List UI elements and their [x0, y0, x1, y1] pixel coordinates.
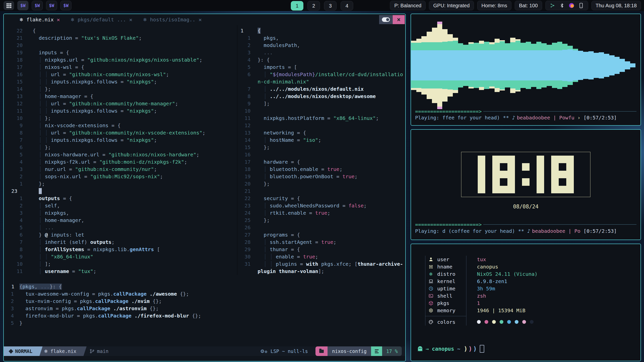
tab-close-icon[interactable]: ×: [198, 17, 202, 23]
code-line: 2 │ sops-nix.url = "github:Mic92/sops-ni…: [4, 173, 237, 180]
editor-pane-pkgs[interactable]: 1{pkgs, ...}: {1 tux-awesome-wm-config =…: [4, 281, 405, 327]
visualizer-bar: [416, 39, 422, 92]
tray-network-icon[interactable]: [550, 3, 555, 8]
visualizer-bar: [484, 42, 489, 89]
tag-4[interactable]: 4: [341, 1, 353, 11]
visualizer-bar: [520, 43, 526, 88]
code-line: 8 │ │ url = "github:nix-community/nix-vs…: [4, 129, 237, 137]
tab-close-icon[interactable]: ×: [57, 17, 60, 23]
workspace-button-2[interactable]: $W: [32, 1, 43, 10]
buffer-tab-2[interactable]: ❄pkgs/default ...×: [66, 14, 137, 25]
launcher-button[interactable]: [4, 1, 14, 10]
tag-1[interactable]: 1: [291, 1, 303, 11]
fetch-row-user: usertux: [425, 256, 601, 263]
playing-segment: ffee for your head) **: [442, 115, 512, 121]
laptop-icon: [428, 279, 434, 284]
toggle-button[interactable]: [379, 15, 393, 24]
tag-3[interactable]: 3: [324, 1, 337, 11]
visualizer-bar: [500, 40, 505, 90]
prompt-path: ~: [457, 346, 460, 352]
system-tray: [545, 1, 588, 10]
toggle-icon: [382, 17, 390, 22]
fetch-row-colors: colors: [425, 318, 601, 326]
fetch-label: kernel: [434, 278, 469, 284]
code-line: 9 │ nix-vscode-extensions = {: [4, 122, 237, 129]
window-close-button[interactable]: ×: [393, 15, 405, 24]
code-line: 22 security = {: [237, 195, 405, 202]
clock-terminal[interactable]: 08/08/24 =====================> Playing:…: [411, 129, 641, 240]
pkg-icon: [428, 301, 434, 306]
tab-close-icon[interactable]: ×: [129, 17, 132, 23]
code-line: 5}: [4, 320, 405, 327]
visualizer-bar: [468, 42, 474, 88]
branch-label[interactable]: main: [97, 348, 109, 354]
fetch-row-pkgs: pkgs1: [425, 299, 601, 307]
tray-bluetooth-icon[interactable]: [559, 3, 565, 8]
editor-main[interactable]: 22{21 description = "tux's NixOS Flake";…: [4, 25, 405, 346]
palette-dot: [530, 320, 534, 324]
buffer-tab-3[interactable]: ❄hosts/isoImag..×: [138, 14, 206, 25]
project-label[interactable]: nixos-config: [328, 346, 371, 356]
nix-file-icon: ❄: [71, 17, 75, 22]
code-line: 6 │ };: [4, 144, 237, 151]
clock-digit: [551, 156, 574, 193]
playing-segment: [0:57/2:53]: [583, 115, 617, 121]
shell-prompt[interactable]: → canopus ~ ))): [411, 345, 640, 361]
fetch-terminal[interactable]: usertuxhnamecanopus❄distroNixOS 24.11 (V…: [411, 244, 641, 361]
code-line: 17 hardware = {: [237, 158, 405, 166]
visualizer-bar: [515, 39, 521, 92]
code-line: 24 │ rtkit.enable = true;: [237, 209, 405, 217]
tray-phone-icon[interactable]: [578, 3, 584, 8]
code-line: 28 │ ssh.startAgent = true;: [237, 239, 405, 246]
visualizer-bar: [474, 43, 479, 88]
palette-dot: [485, 320, 488, 324]
fetch-label: pkgs: [434, 300, 469, 306]
editor-pane-flake[interactable]: 22{21 description = "tux's NixOS Flake";…: [4, 25, 237, 275]
palette-dot: [500, 320, 503, 324]
code-line: 20: [4, 42, 237, 49]
clock-pill[interactable]: Thu Aug 08, 18:18: [591, 1, 641, 10]
buffer-tab-1[interactable]: ❄flake.nix×: [15, 14, 65, 25]
code-line: 4 firefox-mod-blur = pkgs.callPackage ./…: [4, 312, 405, 320]
prompt-arrow: →: [426, 346, 429, 352]
code-line: 26: [237, 224, 405, 231]
code-line: 3 │ nur.url = "github:nix-community/nur"…: [4, 166, 237, 173]
visualizer-bar: [421, 36, 427, 95]
palette-dot: [492, 320, 496, 324]
visualizer-bar: [552, 43, 557, 88]
code-line: 3 │ nixpkgs,: [4, 209, 237, 217]
track-progress-top: =====================>: [411, 108, 640, 115]
code-line: 5 │ ...: [4, 224, 237, 231]
palette-icon: [428, 320, 434, 325]
workspace-buttons: $W$W$W$W: [17, 1, 71, 10]
visualizer-bar: [453, 38, 458, 93]
tray-media-icon[interactable]: [569, 3, 574, 8]
project-group: nixos-config 17 %: [315, 346, 402, 356]
visualizer-bar: [526, 42, 531, 89]
tag-2[interactable]: 2: [307, 1, 320, 11]
fetch-value: 6.9.8-zen1: [469, 278, 507, 284]
code-line: 1 };: [4, 180, 237, 188]
fetch-value: canopus: [469, 264, 498, 270]
visualizer-terminal[interactable]: =====================> Playing: ffee for…: [411, 14, 641, 126]
prompt-chevrons: ))): [460, 345, 477, 352]
palette-dot: [515, 320, 518, 324]
code-line: 13 │ home-manager = {: [4, 93, 237, 100]
fetch-row-hname: hnamecanopus: [425, 263, 601, 270]
code-line: 12: [237, 122, 405, 129]
workspace-button-1[interactable]: $W: [17, 1, 28, 10]
code-line: 4 │ home-manager,: [4, 217, 237, 224]
code-line: 14 │ hostName = "iso";: [237, 137, 405, 144]
workspace-button-4[interactable]: $W: [60, 1, 71, 10]
nix-file-icon: ❄: [44, 348, 48, 354]
workspace-button-3[interactable]: $W: [46, 1, 57, 10]
code-line: 1{pkgs, ...}: {: [4, 283, 405, 290]
neovim-window[interactable]: ❄flake.nix×❄pkgs/default ...×❄hosts/isoI…: [3, 14, 406, 361]
command-line[interactable]: [4, 356, 405, 361]
clock-date: 08/08/24: [411, 204, 640, 210]
now-playing-top: Playing: ffee for your head) ** ♪ beabad…: [411, 115, 640, 125]
system-fetch: usertuxhnamecanopus❄distroNixOS 24.11 (V…: [425, 256, 601, 326]
status-pill-3: Home: 8ms: [477, 1, 511, 10]
editor-pane-iso[interactable]: 1{1 pkgs,2 modulesPath,3 ...4}: {5 impor…: [237, 25, 405, 275]
palette-dot: [477, 320, 481, 324]
